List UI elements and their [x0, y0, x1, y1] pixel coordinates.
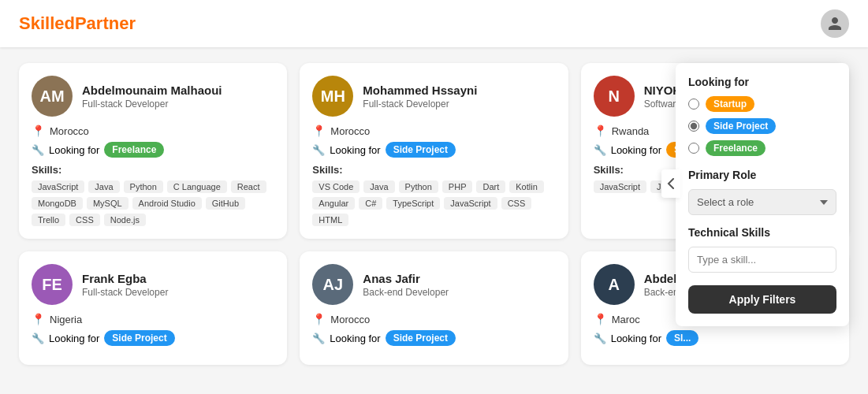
location-row: 📍 Morocco [32, 125, 274, 137]
avatar-placeholder: AM [32, 76, 73, 117]
card-role: Full-stack Developer [363, 98, 477, 110]
location-text: Morocco [330, 314, 370, 325]
skill-tag: VS Code [312, 180, 359, 193]
card-header: FE Frank Egba Full-stack Developer [32, 264, 274, 305]
skill-tag: Dart [476, 180, 505, 193]
looking-for-label: Looking for [611, 333, 661, 344]
skills-list: JavaScriptJavaPythonC LanguageReactMongo… [32, 180, 274, 226]
location-text: Nigeria [50, 314, 82, 325]
main-content: AM Abdelmounaim Malhaoui Full-stack Deve… [0, 47, 868, 381]
filter-option-side-project[interactable]: Side Project [688, 118, 836, 134]
card-avatar: MH [312, 76, 353, 117]
looking-for-icon: 🔧 [32, 144, 44, 156]
card-avatar: A [594, 264, 635, 305]
apply-filters-button[interactable]: Apply Filters [688, 285, 836, 314]
location-text: Maroc [612, 314, 640, 325]
looking-for-label: Looking for [49, 144, 99, 156]
filter-panel: Looking for Startup Side Project Freelan… [676, 63, 849, 326]
card-header: MH Mohammed Hssayni Full-stack Developer [312, 76, 555, 117]
looking-for-options: Startup Side Project Freelance [688, 96, 836, 156]
radio-side-project[interactable] [688, 121, 699, 132]
filter-option-freelance[interactable]: Freelance [688, 140, 836, 156]
location-row: 📍 Morocco [312, 313, 555, 325]
skill-tag: Java [363, 180, 394, 193]
card-avatar: AJ [312, 264, 353, 305]
skill-tag: GitHub [206, 197, 245, 210]
skill-tag: Kotlin [509, 180, 544, 193]
skill-tag: Node.js [104, 214, 146, 226]
skill-tag: C Language [167, 180, 227, 193]
looking-for-icon: 🔧 [594, 144, 606, 156]
card-name: Abdelmounaim Malhaoui [82, 84, 222, 97]
primary-role-select[interactable]: Select a roleFront-end DeveloperBack-end… [688, 189, 836, 215]
looking-for-icon: 🔧 [312, 144, 325, 156]
profile-card: AJ Anas Jafir Back-end Developer 📍 Moroc… [300, 251, 568, 365]
location-text: Morocco [50, 125, 89, 137]
skills-input[interactable] [688, 247, 836, 273]
card-avatar: AM [32, 76, 73, 117]
card-role: Full-stack Developer [82, 287, 168, 298]
skill-tag: Angular [312, 197, 355, 210]
card-header: AM Abdelmounaim Malhaoui Full-stack Deve… [32, 76, 274, 117]
card-info: Anas Jafir Back-end Developer [363, 272, 449, 298]
avatar-placeholder: FE [32, 264, 73, 305]
filter-panel-toggle[interactable] [661, 169, 680, 198]
skill-tag: Python [399, 180, 438, 193]
card-info: Mohammed Hssayni Full-stack Developer [363, 84, 477, 110]
looking-for-badge: Side Project [386, 142, 456, 158]
looking-for-row: 🔧 Looking for Side Project [312, 142, 555, 158]
badge-startup: Startup [706, 96, 754, 112]
primary-role-label: Primary Role [688, 169, 836, 181]
skill-tag: JavaScript [594, 180, 646, 193]
card-avatar: N [594, 76, 635, 117]
location-icon: 📍 [312, 313, 326, 325]
location-icon: 📍 [32, 313, 45, 325]
location-icon: 📍 [312, 125, 326, 137]
location-row: 📍 Morocco [312, 125, 555, 137]
badge-freelance: Freelance [706, 140, 766, 156]
looking-for-row: 🔧 Looking for Freelance [32, 142, 274, 158]
looking-for-row: 🔧 Looking for SI... [594, 330, 836, 346]
profile-card: MH Mohammed Hssayni Full-stack Developer… [300, 63, 568, 239]
skills-list: VS CodeJavaPythonPHPDartKotlinAngularC#T… [312, 180, 555, 226]
avatar-placeholder: A [594, 264, 635, 305]
location-icon: 📍 [32, 125, 45, 137]
card-info: Frank Egba Full-stack Developer [82, 272, 168, 298]
location-row: 📍 Nigeria [32, 313, 274, 325]
profile-card: FE Frank Egba Full-stack Developer 📍 Nig… [19, 251, 287, 365]
looking-for-label: Looking for [330, 144, 380, 156]
skill-tag: MongoDB [32, 197, 83, 210]
skill-tag: Python [124, 180, 163, 193]
skill-tag: CSS [501, 197, 532, 210]
card-name: Anas Jafir [363, 272, 449, 285]
skill-tag: C# [359, 197, 382, 210]
skill-tag: JavaScript [32, 180, 84, 193]
logo[interactable]: SkilledPartner [19, 13, 136, 34]
looking-for-label: Looking for [611, 144, 661, 156]
card-role: Full-stack Developer [82, 98, 222, 110]
looking-for-badge: Freelance [104, 142, 164, 158]
skill-tag: Trello [32, 214, 65, 226]
skill-tag: CSS [69, 214, 100, 226]
avatar-placeholder: N [594, 76, 635, 117]
location-text: Rwanda [612, 125, 650, 137]
card-name: Frank Egba [82, 272, 168, 285]
skills-label: Skills: [312, 164, 555, 176]
looking-for-label: Looking for [688, 76, 836, 88]
skills-label: Skills: [32, 164, 274, 176]
technical-skills-label: Technical Skills [688, 226, 836, 239]
profile-card: AM Abdelmounaim Malhaoui Full-stack Deve… [19, 63, 287, 239]
header: SkilledPartner [0, 0, 868, 47]
radio-freelance[interactable] [688, 143, 699, 154]
looking-for-badge: Side Project [104, 330, 174, 346]
skill-tag: TypeScript [386, 197, 440, 210]
radio-startup[interactable] [688, 98, 699, 110]
filter-option-startup[interactable]: Startup [688, 96, 836, 112]
looking-for-row: 🔧 Looking for Side Project [312, 330, 555, 346]
skill-tag: PHP [442, 180, 473, 193]
skill-tag: Java [88, 180, 119, 193]
looking-for-icon: 🔧 [32, 333, 44, 344]
card-avatar: FE [32, 264, 73, 305]
user-avatar-button[interactable] [821, 9, 849, 38]
avatar-placeholder: MH [312, 76, 353, 117]
